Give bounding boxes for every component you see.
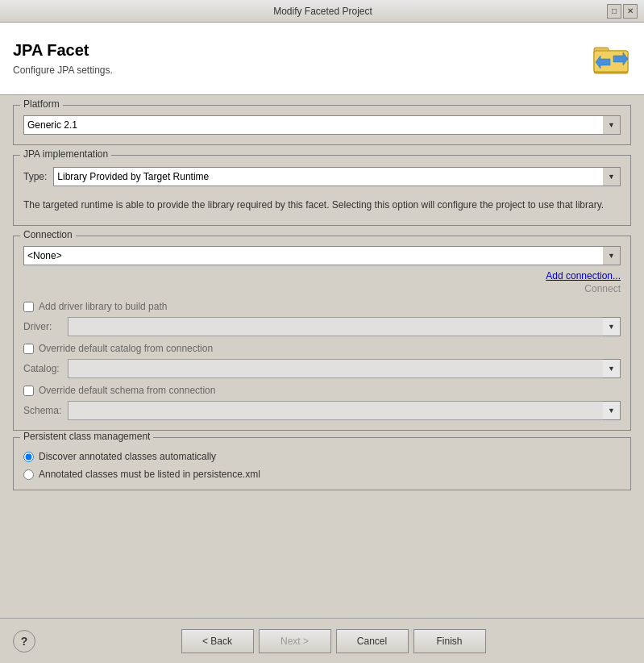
finish-button[interactable]: Finish — [413, 629, 486, 653]
title-bar-buttons: □ ✕ — [607, 4, 638, 19]
jpa-implementation-legend: JPA implementation — [20, 148, 111, 160]
back-button[interactable]: < Back — [181, 629, 254, 653]
dialog-content: JPA Facet Configure JPA settings. Platfo… — [0, 23, 644, 663]
add-connection-link[interactable]: Add connection... — [546, 270, 621, 281]
schema-row: Schema: ▼ — [23, 401, 621, 420]
window-title: Modify Faceted Project — [39, 6, 607, 17]
discover-radio[interactable] — [23, 452, 34, 462]
override-schema-row: Override default schema from connection — [23, 385, 621, 396]
override-catalog-row: Override default catalog from connection — [23, 343, 621, 354]
connect-link[interactable]: Connect — [584, 283, 621, 294]
type-row: Type: Library Provided by Target Runtime… — [23, 167, 621, 186]
implementation-info: The targeted runtime is able to provide … — [23, 194, 621, 215]
type-select[interactable]: Library Provided by Target Runtime User … — [53, 167, 621, 186]
schema-select-wrapper: ▼ — [68, 401, 621, 420]
footer-buttons: < Back Next > Cancel Finish — [35, 629, 631, 653]
jpa-implementation-group: JPA implementation Type: Library Provide… — [13, 155, 631, 226]
next-button[interactable]: Next > — [259, 629, 331, 653]
add-driver-checkbox[interactable] — [23, 302, 34, 312]
header-text: JPA Facet Configure JPA settings. — [13, 41, 583, 76]
add-driver-label: Add driver library to build path — [39, 301, 167, 312]
page-subtitle: Configure JPA settings. — [13, 65, 583, 76]
driver-row: Driver: ▼ — [23, 317, 621, 336]
radio1-row: Discover annotated classes automatically — [23, 451, 621, 462]
type-label: Type: — [23, 171, 47, 182]
close-button[interactable]: ✕ — [623, 4, 638, 19]
connection-select-wrapper: <None> ▼ — [23, 246, 621, 265]
listed-radio[interactable] — [23, 469, 34, 480]
discover-label: Discover annotated classes automatically — [39, 451, 216, 462]
add-driver-row: Add driver library to build path — [23, 301, 621, 312]
catalog-select-wrapper: ▼ — [68, 359, 621, 378]
override-schema-checkbox[interactable] — [23, 386, 34, 396]
footer: ? < Back Next > Cancel Finish — [0, 618, 644, 663]
listed-label: Annotated classes must be listed in pers… — [39, 469, 260, 480]
minimize-button[interactable]: □ — [607, 4, 621, 19]
radio2-row: Annotated classes must be listed in pers… — [23, 469, 621, 480]
persistent-group: Persistent class management Discover ann… — [13, 437, 631, 490]
connection-group: Connection <None> ▼ Add connection... Co… — [13, 236, 631, 431]
catalog-row: Catalog: ▼ — [23, 359, 621, 378]
platform-legend: Platform — [20, 98, 63, 110]
platform-select-wrapper: Generic 2.1 Generic 1.0 Generic 2.0 Ecli… — [23, 115, 621, 135]
connection-select[interactable]: <None> — [23, 246, 621, 265]
platform-select[interactable]: Generic 2.1 Generic 1.0 Generic 2.0 Ecli… — [23, 115, 621, 135]
driver-select[interactable] — [68, 317, 621, 336]
facet-icon — [592, 40, 631, 78]
catalog-label: Catalog: — [23, 363, 68, 374]
connection-legend: Connection — [20, 229, 76, 240]
driver-label: Driver: — [23, 321, 68, 332]
driver-select-wrapper: ▼ — [68, 317, 621, 336]
schema-label: Schema: — [23, 405, 68, 416]
override-catalog-label: Override default catalog from connection — [39, 343, 213, 354]
page-title: JPA Facet — [13, 41, 583, 60]
catalog-select[interactable] — [68, 359, 621, 378]
override-catalog-checkbox[interactable] — [23, 344, 34, 354]
header-section: JPA Facet Configure JPA settings. — [0, 23, 644, 95]
override-schema-label: Override default schema from connection — [39, 385, 215, 396]
title-bar: Modify Faceted Project □ ✕ — [0, 0, 644, 23]
help-button[interactable]: ? — [13, 630, 35, 653]
links-row: Add connection... Connect — [23, 270, 621, 294]
type-select-wrapper: Library Provided by Target Runtime User … — [53, 167, 621, 186]
platform-group: Platform Generic 2.1 Generic 1.0 Generic… — [13, 105, 631, 145]
schema-select[interactable] — [68, 401, 621, 420]
main-body: Platform Generic 2.1 Generic 1.0 Generic… — [0, 95, 644, 618]
cancel-button[interactable]: Cancel — [336, 629, 409, 653]
persistent-legend: Persistent class management — [20, 431, 153, 442]
